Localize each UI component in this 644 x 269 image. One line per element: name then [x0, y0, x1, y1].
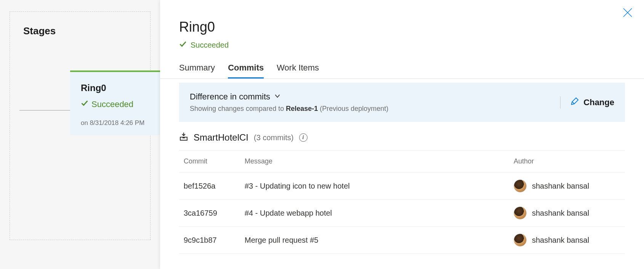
pencil-icon	[570, 97, 579, 108]
diff-banner: Difference in commits Showing changes co…	[179, 83, 625, 122]
detail-title: Ring0	[179, 19, 625, 35]
change-button[interactable]: Change	[570, 97, 614, 108]
repo-name: SmartHotelCI	[194, 132, 248, 143]
info-icon[interactable]: i	[299, 133, 308, 142]
table-row[interactable]: bef1526a#3 - Updating icon to new hotels…	[179, 173, 625, 200]
commits-table: Commit Message Author bef1526a#3 - Updat…	[179, 151, 625, 254]
stage-name: Ring0	[81, 83, 170, 93]
commit-author: shashank bansal	[514, 179, 620, 192]
stage-connector	[19, 110, 70, 110]
avatar	[514, 179, 527, 192]
commit-hash[interactable]: 3ca16759	[184, 209, 245, 218]
avatar	[514, 207, 527, 219]
tab-commits[interactable]: Commits	[228, 63, 264, 78]
detail-status: Succeeded	[179, 40, 625, 50]
header-commit: Commit	[184, 157, 245, 165]
diff-sub-suffix: (Previous deployment)	[318, 105, 388, 112]
commit-hash[interactable]: bef1526a	[184, 182, 245, 191]
stage-status-label: Succeeded	[91, 99, 133, 109]
author-name: shashank bansal	[532, 236, 589, 245]
commit-count: (3 commits)	[254, 133, 293, 142]
commit-author: shashank bansal	[514, 234, 620, 247]
detail-status-label: Succeeded	[191, 41, 229, 50]
check-icon	[81, 99, 88, 109]
header-message: Message	[245, 157, 514, 165]
stages-container: Stages Ring0 Succeeded on 8/31/2018 4:26…	[10, 11, 151, 240]
commit-author: shashank bansal	[514, 207, 620, 219]
stages-panel: Stages Ring0 Succeeded on 8/31/2018 4:26…	[0, 0, 160, 269]
svg-rect-3	[183, 137, 185, 138]
diff-sub-release: Release-1	[286, 105, 318, 112]
author-name: shashank bansal	[532, 182, 589, 191]
tab-workitems[interactable]: Work Items	[277, 63, 319, 78]
commit-message[interactable]: #4 - Update webapp hotel	[245, 209, 514, 218]
table-row[interactable]: 3ca16759#4 - Update webapp hotelshashank…	[179, 200, 625, 227]
commit-message[interactable]: #3 - Updating icon to new hotel	[245, 182, 514, 191]
avatar	[514, 234, 527, 247]
table-row[interactable]: 9c9c1b87Merge pull request #5shashank ba…	[179, 227, 625, 254]
tab-summary[interactable]: Summary	[179, 63, 215, 78]
author-name: shashank bansal	[532, 209, 589, 218]
change-label: Change	[583, 98, 614, 107]
detail-header: Ring0 Succeeded	[160, 0, 644, 50]
commit-hash[interactable]: 9c9c1b87	[184, 236, 245, 245]
detail-panel: Ring0 Succeeded Summary Commits Work Ite…	[160, 0, 644, 269]
tabs: Summary Commits Work Items	[160, 50, 644, 79]
diff-subtitle: Showing changes compared to Release-1 (P…	[190, 105, 550, 113]
diff-sub-prefix: Showing changes compared to	[190, 105, 286, 112]
chevron-down-icon	[274, 92, 281, 102]
diff-title-label: Difference in commits	[190, 92, 270, 102]
commit-message[interactable]: Merge pull request #5	[245, 236, 514, 245]
stage-status: Succeeded	[81, 99, 170, 109]
divider	[560, 96, 561, 109]
diff-dropdown[interactable]: Difference in commits	[190, 92, 550, 102]
table-header: Commit Message Author	[179, 151, 625, 173]
close-button[interactable]	[623, 8, 633, 18]
artifact-icon	[179, 132, 188, 143]
header-author: Author	[514, 157, 620, 165]
repo-header: SmartHotelCI (3 commits) i	[160, 122, 644, 150]
check-icon	[179, 40, 187, 50]
stage-timestamp: on 8/31/2018 4:26 PM	[81, 119, 170, 127]
stages-title: Stages	[23, 25, 137, 37]
